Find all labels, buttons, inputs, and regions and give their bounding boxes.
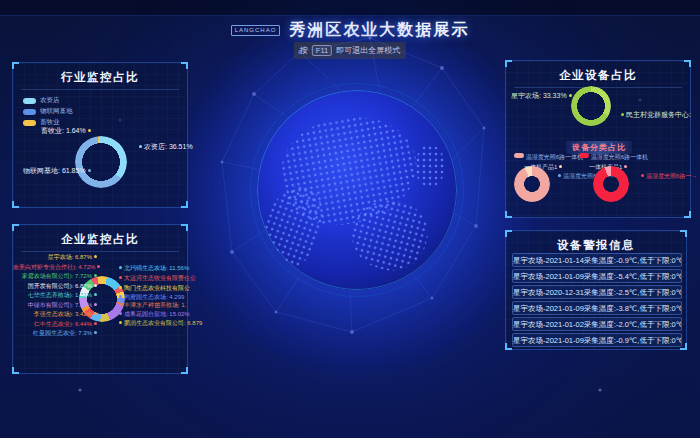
chart-label: 物联网基地: 61.85% bbox=[23, 167, 93, 175]
chart-label: 丰潭水产种苗养殖场: 1. bbox=[117, 301, 186, 309]
legend-label: 物联网基地 bbox=[40, 107, 73, 116]
chart-label: 成果花园自留地: 15.02% bbox=[117, 310, 190, 318]
enterprise-monitor-panel: 企业监控占比 星宇农场: 6.87% 南美白对虾专业合作社): 4.72% 家庭… bbox=[12, 224, 188, 374]
legend-item[interactable]: 物联网基地 bbox=[23, 106, 73, 117]
classification-right-donut-chart[interactable] bbox=[593, 166, 629, 202]
industry-donut-chart[interactable] bbox=[75, 136, 127, 188]
corner-decoration bbox=[680, 343, 687, 350]
alarm-list-item: 星宇农场-2021-01-02采集温度:-2.0℃,低于下限:0℃ bbox=[512, 317, 682, 331]
globe-continent-dots bbox=[344, 191, 435, 278]
corner-decoration bbox=[181, 62, 188, 69]
chart-label: 中绿市有限公司): 7.29% bbox=[13, 301, 99, 309]
globe-continent-dots bbox=[257, 178, 333, 277]
corner-decoration bbox=[12, 62, 19, 69]
divider bbox=[21, 251, 179, 252]
chart-label: 星宇农场: 6.87% bbox=[13, 253, 99, 261]
chart-label: 畜牧业: 1.64% bbox=[41, 127, 93, 135]
chart-label: 南美白对虾专业合作社): 4.72% bbox=[13, 263, 99, 271]
alarm-list-item: 星宇农场-2020-12-31采集温度:-2.5℃,低于下限:0℃ bbox=[512, 285, 682, 299]
panel-title: 企业设备占比 bbox=[506, 68, 690, 83]
corner-decoration bbox=[12, 367, 19, 374]
hint-suffix: 即可退出全屏模式 bbox=[336, 45, 400, 56]
panel-title: 行业监控占比 bbox=[13, 70, 187, 85]
industry-monitor-panel: 行业监控占比 农资店 物联网基地 畜牧业 畜牧业: 1.64% 农资店: 36.… bbox=[12, 62, 188, 208]
panel-title: 企业监控占比 bbox=[13, 232, 187, 247]
corner-decoration bbox=[505, 60, 512, 67]
globe-continent-dots bbox=[274, 107, 425, 234]
chart-label: 七华生态养殖场): 1.72% bbox=[13, 291, 99, 299]
top-bar bbox=[0, 0, 700, 16]
legend-item[interactable]: 温湿度光照6路一体机 bbox=[579, 153, 648, 161]
chart-label: 陶门生态农业科技有限公 bbox=[117, 284, 190, 292]
chart-label: 家庭农场有限公司): 7.72% bbox=[13, 272, 99, 280]
alarm-info-panel: 设备警报信息 星宇农场-2021-01-14采集温度:-0.9℃,低于下限:0℃… bbox=[505, 230, 687, 350]
chart-label: 温湿度光照6路一→ bbox=[639, 172, 697, 180]
corner-decoration bbox=[181, 224, 188, 231]
globe-visualization bbox=[257, 90, 457, 290]
industry-legend: 农资店 物联网基地 畜牧业 bbox=[23, 95, 73, 128]
panel-title: 设备警报信息 bbox=[506, 238, 686, 253]
corner-decoration bbox=[684, 60, 691, 67]
chart-label: 鹏润生态农业有限公司: 6.879 bbox=[117, 319, 202, 327]
legend-item[interactable]: 农资店 bbox=[23, 95, 73, 106]
chart-label: 北玛锦生态农场: 11.56% bbox=[117, 264, 189, 272]
legend-item[interactable]: 温湿度光照6路一体机 bbox=[514, 153, 583, 161]
divider bbox=[21, 89, 179, 90]
logo-badge: LANGCHAO bbox=[231, 25, 281, 36]
alarm-list-item: 星宇农场-2021-01-14采集温度:-0.9℃,低于下限:0℃ bbox=[512, 253, 682, 267]
classification-left-donut-chart[interactable] bbox=[514, 166, 550, 202]
legend-swatch bbox=[579, 153, 589, 158]
equipment-ratio-panel: 企业设备占比 星宇农场: 33.33% 民主村党群服务中心: 设备分类占比 温湿… bbox=[505, 60, 691, 218]
corner-decoration bbox=[12, 201, 19, 208]
chart-label: 国开发有限公司): 6.87% bbox=[13, 282, 99, 290]
header: LANGCHAO 秀洲区农业大数据展示 bbox=[0, 20, 700, 41]
alarm-list-item: 星宇农场-2021-01-09采集温度:-3.8℃,低于下限:0℃ bbox=[512, 301, 682, 315]
chart-label: 红曼园生态农业: 7.3% bbox=[13, 329, 99, 337]
legend-label: 畜牧业 bbox=[40, 118, 60, 127]
chart-label: 仁丰生态农业): 6.44% bbox=[13, 320, 99, 328]
chart-label: 李强生态农场): 3.42% bbox=[13, 310, 99, 318]
fullscreen-exit-hint: 按 F11 即可退出全屏模式 bbox=[294, 42, 406, 59]
legend-swatch bbox=[23, 98, 36, 104]
f11-key-badge: F11 bbox=[312, 45, 332, 56]
legend-swatch bbox=[514, 153, 524, 158]
page-title: 秀洲区农业大数据展示 bbox=[289, 20, 469, 41]
legend-swatch bbox=[23, 120, 36, 126]
corner-decoration bbox=[181, 201, 188, 208]
legend-swatch bbox=[23, 109, 36, 115]
alarm-list-item: 星宇农场-2021-01-09采集温度:-0.9℃,低于下限:0℃ bbox=[512, 333, 682, 347]
corner-decoration bbox=[505, 230, 512, 237]
hint-prefix: 按 bbox=[300, 45, 308, 56]
corner-decoration bbox=[684, 211, 691, 218]
chart-label: 民主村党群服务中心: bbox=[619, 111, 691, 119]
chart-label: 大运河生态牧业有限责任公 bbox=[117, 274, 196, 282]
corner-decoration bbox=[505, 343, 512, 350]
corner-decoration bbox=[680, 230, 687, 237]
alarm-list-item: 星宇农场-2021-01-09采集温度:-5.4℃,低于下限:0℃ bbox=[512, 269, 682, 283]
corner-decoration bbox=[505, 211, 512, 218]
equipment-donut-chart[interactable] bbox=[571, 86, 611, 126]
corner-decoration bbox=[12, 224, 19, 231]
corner-decoration bbox=[181, 367, 188, 374]
chart-label: 星宇农场: 33.33% bbox=[511, 92, 574, 100]
legend-label: 农资店 bbox=[40, 96, 60, 105]
chart-label: 农资店: 36.51% bbox=[137, 143, 193, 151]
chart-label: 鸭蜜园生态农场: 4.299 bbox=[117, 293, 184, 301]
globe-continent-dots bbox=[415, 145, 445, 187]
